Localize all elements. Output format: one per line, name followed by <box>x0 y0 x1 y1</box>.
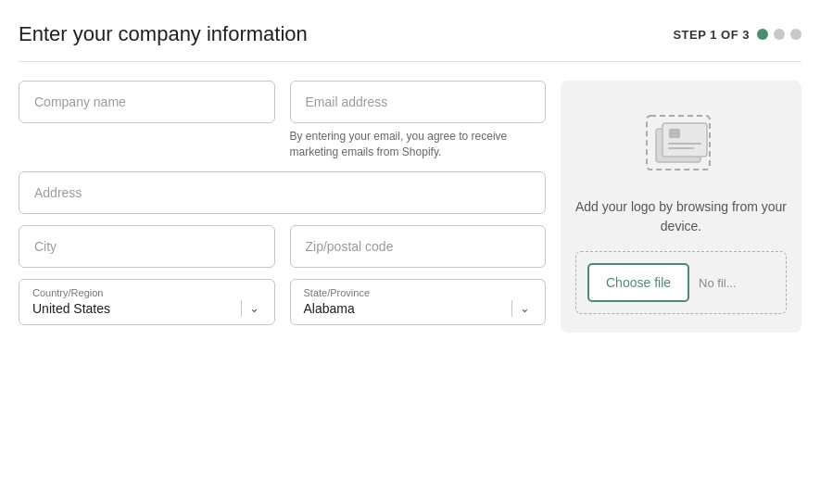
city-input[interactable] <box>19 225 275 268</box>
country-value-row: United States ⌄ <box>32 300 259 317</box>
row-city-zip <box>19 225 546 268</box>
zip-field <box>290 225 547 268</box>
svg-rect-3 <box>669 129 680 138</box>
state-value: Alabama <box>304 301 355 316</box>
step-label: STEP 1 OF 3 <box>673 28 750 42</box>
city-field <box>19 225 275 268</box>
page-title: Enter your company information <box>19 22 308 46</box>
step-dot-3 <box>790 29 801 40</box>
page-wrapper: Enter your company information STEP 1 OF… <box>0 0 820 351</box>
step-dots <box>757 29 801 40</box>
country-select-container[interactable]: Country/Region United States ⌄ <box>19 279 275 325</box>
country-label: Country/Region <box>32 287 259 298</box>
page-header: Enter your company information STEP 1 OF… <box>19 22 801 46</box>
country-divider <box>241 300 242 317</box>
state-divider <box>511 300 512 317</box>
step-indicator: STEP 1 OF 3 <box>673 28 801 42</box>
country-chevron-icon: ⌄ <box>249 301 259 315</box>
state-select-container[interactable]: State/Province Alabama ⌄ <box>290 279 547 325</box>
state-value-row: Alabama ⌄ <box>304 300 531 317</box>
zip-input[interactable] <box>290 225 547 268</box>
state-select-controls: ⌄ <box>511 300 530 317</box>
choose-file-button[interactable]: Choose file <box>587 263 689 302</box>
main-content: By entering your email, you agree to rec… <box>19 81 801 333</box>
logo-icon-area <box>639 108 723 183</box>
logo-description: Add your logo by browsing from your devi… <box>575 197 787 236</box>
email-hint: By entering your email, you agree to rec… <box>290 129 547 160</box>
country-value: United States <box>32 301 110 316</box>
country-select-controls: ⌄ <box>241 300 259 317</box>
logo-placeholder-icon <box>639 108 723 183</box>
address-field <box>19 171 546 214</box>
country-field[interactable]: Country/Region United States ⌄ <box>19 279 275 325</box>
step-dot-2 <box>774 29 785 40</box>
row-address <box>19 171 546 214</box>
state-field[interactable]: State/Province Alabama ⌄ <box>290 279 547 325</box>
row-country-state: Country/Region United States ⌄ Stat <box>19 279 546 325</box>
svg-rect-2 <box>662 123 707 157</box>
step-dot-1 <box>757 29 768 40</box>
state-label: State/Province <box>304 287 531 298</box>
file-upload-area: Choose file No fil... <box>575 251 787 314</box>
row-company-email: By entering your email, you agree to rec… <box>19 81 546 160</box>
email-field-wrapper: By entering your email, you agree to rec… <box>290 81 547 160</box>
form-section: By entering your email, you agree to rec… <box>19 81 546 333</box>
company-name-field <box>19 81 275 160</box>
no-file-text: No fil... <box>699 276 775 290</box>
email-input[interactable] <box>290 81 547 123</box>
header-divider <box>19 61 801 62</box>
address-input[interactable] <box>19 171 546 214</box>
company-name-input[interactable] <box>19 81 275 123</box>
logo-section: Add your logo by browsing from your devi… <box>561 81 801 333</box>
state-chevron-icon: ⌄ <box>520 301 530 315</box>
